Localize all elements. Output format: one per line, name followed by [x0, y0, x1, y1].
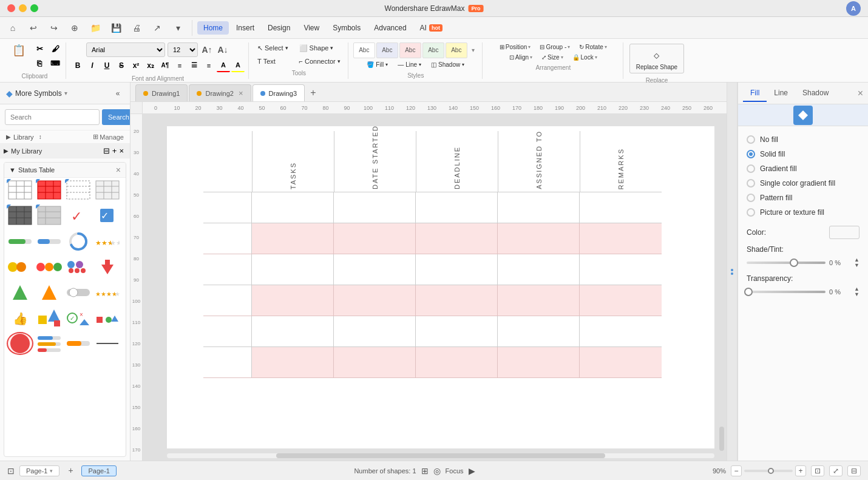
- close-library-icon[interactable]: ×: [119, 146, 124, 155]
- line-btn[interactable]: — Line ▾: [394, 59, 425, 70]
- color-swatch[interactable]: [829, 226, 860, 239]
- shape-item-thumb[interactable]: 👍: [7, 306, 33, 330]
- zoom-thumb[interactable]: [768, 468, 774, 474]
- search-button[interactable]: Search: [102, 109, 131, 125]
- shape-item-progress-blue[interactable]: [36, 230, 63, 253]
- vertical-scrollbar[interactable]: [719, 427, 724, 451]
- fill-option-no-fill[interactable]: No fill: [744, 132, 862, 147]
- style-preview-4[interactable]: Abc: [422, 42, 444, 58]
- user-avatar[interactable]: A: [846, 1, 861, 16]
- shape-item-stars2[interactable]: ★★★★★: [94, 281, 121, 304]
- shape-item-table4[interactable]: [94, 179, 121, 202]
- menu-insert[interactable]: Insert: [230, 21, 260, 35]
- home-icon[interactable]: ⌂: [5, 20, 21, 36]
- transparency-decrement-btn[interactable]: ▼: [854, 292, 860, 297]
- text-color-btn[interactable]: A: [217, 59, 230, 72]
- maximize-window-btn[interactable]: [30, 4, 38, 12]
- copy-format-btn[interactable]: ⌨: [49, 57, 62, 70]
- close-right-panel-btn[interactable]: ×: [858, 88, 863, 99]
- shape-item-red-circle[interactable]: [7, 332, 33, 355]
- transparency-slider[interactable]: [747, 291, 826, 293]
- tab-fill[interactable]: Fill: [743, 85, 767, 102]
- highlight-btn[interactable]: A: [231, 59, 245, 72]
- print-icon[interactable]: 🖨: [129, 20, 144, 36]
- add-library-icon[interactable]: +: [112, 146, 117, 155]
- tab-close-drawing2[interactable]: ×: [239, 89, 243, 98]
- zoom-out-btn[interactable]: −: [731, 465, 742, 476]
- font-size-select[interactable]: 12: [168, 42, 198, 57]
- lock-btn[interactable]: 🔒 Lock ▾: [569, 53, 601, 62]
- select-btn[interactable]: ↖ Select ▾: [254, 42, 292, 54]
- connector-btn[interactable]: ⌐ Connector ▾: [296, 56, 344, 67]
- split-view-btn[interactable]: ⊟: [847, 465, 861, 476]
- collapse-icon[interactable]: ▼: [9, 166, 16, 174]
- more-quick-icon[interactable]: ▾: [170, 20, 186, 36]
- fill-option-gradient[interactable]: Gradient fill: [744, 161, 862, 176]
- bullet-list-btn[interactable]: ≡: [173, 59, 186, 72]
- menu-advanced[interactable]: Advanced: [368, 21, 412, 35]
- close-panel-btn[interactable]: ×: [116, 165, 121, 175]
- add-tab-btn[interactable]: +: [306, 86, 320, 100]
- horizontal-scrollbar[interactable]: [167, 453, 714, 458]
- page-tab-1[interactable]: Page-1 ▾: [19, 465, 59, 476]
- shape-item-mixed3[interactable]: [94, 306, 121, 330]
- shape-item-arrow-down[interactable]: [94, 255, 121, 279]
- menu-view[interactable]: View: [297, 21, 325, 35]
- align-btn[interactable]: ≡: [202, 59, 215, 72]
- new-library-icon[interactable]: ⊟: [103, 146, 110, 155]
- window-controls[interactable]: [7, 4, 38, 12]
- align-btn[interactable]: ⊡ Align ▾: [506, 53, 536, 62]
- minimize-window-btn[interactable]: [19, 4, 27, 12]
- page-list-btn[interactable]: ⊡: [7, 466, 15, 476]
- text-format-btn[interactable]: A¶: [158, 59, 172, 72]
- shape-item-checkbox[interactable]: ✓: [94, 205, 121, 228]
- tab-shadow[interactable]: Shadow: [795, 85, 836, 102]
- shape-item-progress-green[interactable]: [7, 230, 33, 253]
- group-btn[interactable]: ⊟ Group - ▾: [536, 42, 574, 52]
- shape-item-toggle[interactable]: [65, 281, 92, 304]
- add-page-btn[interactable]: +: [64, 464, 76, 476]
- shape-item-progress-multi[interactable]: [36, 332, 63, 355]
- zoom-in-btn[interactable]: +: [795, 465, 806, 476]
- fill-option-single-color-gradient[interactable]: Single color gradient fill: [744, 176, 862, 191]
- export-icon[interactable]: ↗: [149, 20, 165, 36]
- shape-item-multi-dots[interactable]: [65, 255, 92, 279]
- shadow-btn[interactable]: ◫ Shadow ▾: [427, 59, 468, 70]
- manage-btn[interactable]: ⊞ Manage: [93, 133, 124, 141]
- strikethrough-btn[interactable]: S: [115, 59, 128, 72]
- shade-thumb[interactable]: [790, 259, 798, 267]
- new-tab-icon[interactable]: ⊕: [67, 20, 83, 36]
- format-paint-btn[interactable]: 🖌: [49, 42, 62, 56]
- menu-design[interactable]: Design: [262, 21, 296, 35]
- shape-item-table3[interactable]: [65, 179, 92, 202]
- shape-item-dark-table[interactable]: [7, 205, 33, 228]
- canvas-content[interactable]: TASKS DATE STARTED DEADLINE ASSIGNED TO: [143, 114, 727, 461]
- tab-drawing3[interactable]: Drawing3: [253, 84, 305, 101]
- subscript-btn[interactable]: x₂: [144, 59, 157, 72]
- undo-icon[interactable]: ↩: [25, 20, 41, 36]
- fill-option-picture-texture[interactable]: Picture or texture fill: [744, 205, 862, 220]
- italic-btn[interactable]: I: [86, 59, 99, 72]
- shape-item-grey-table[interactable]: [36, 205, 63, 228]
- decrease-font-btn[interactable]: A↓: [216, 43, 229, 56]
- shape-item-line[interactable]: [94, 332, 121, 355]
- active-page-tab[interactable]: Page-1: [81, 465, 116, 476]
- shade-slider[interactable]: [747, 262, 826, 264]
- shape-item-table2[interactable]: [36, 179, 63, 202]
- shape-item-orange-triangle[interactable]: [36, 281, 63, 304]
- status-table-diagram[interactable]: TASKS DATE STARTED DEADLINE ASSIGNED TO: [203, 131, 662, 378]
- open-icon[interactable]: 📁: [87, 20, 103, 36]
- shape-item-orange-dots[interactable]: [36, 255, 63, 279]
- play-icon[interactable]: ▶: [469, 466, 475, 476]
- list-btn[interactable]: ☰: [188, 59, 201, 72]
- shape-item-green-triangle[interactable]: [7, 281, 33, 304]
- shape-item-mixed2[interactable]: ✓×: [65, 306, 92, 330]
- menu-symbols[interactable]: Symbols: [327, 21, 367, 35]
- layers-icon[interactable]: ⊞: [421, 466, 429, 476]
- increase-font-btn[interactable]: A↑: [200, 43, 214, 56]
- fit-to-page-btn[interactable]: ⊡: [811, 465, 824, 476]
- close-window-btn[interactable]: [7, 4, 15, 12]
- style-preview-2[interactable]: Abc: [376, 42, 398, 58]
- save-icon[interactable]: 💾: [108, 20, 124, 36]
- tab-line[interactable]: Line: [767, 85, 795, 102]
